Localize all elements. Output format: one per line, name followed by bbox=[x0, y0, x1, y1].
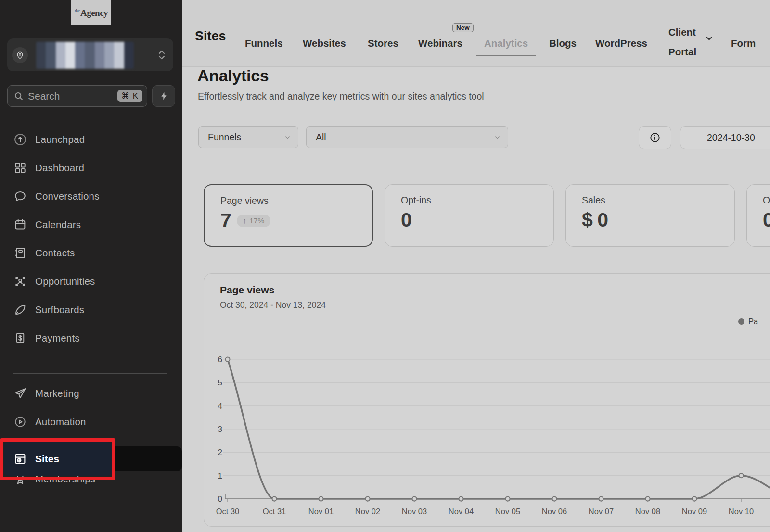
stat-value: 7 bbox=[220, 209, 231, 232]
tab-stores[interactable]: Stores bbox=[368, 38, 398, 49]
chevron-down-icon bbox=[494, 134, 501, 141]
svg-text:2: 2 bbox=[218, 448, 222, 457]
tab-wordpress[interactable]: WordPress bbox=[595, 38, 647, 49]
sidebar-item-marketing[interactable]: Marketing bbox=[4, 379, 167, 407]
svg-text:Nov 03: Nov 03 bbox=[402, 507, 427, 516]
logo-prefix: the bbox=[75, 8, 80, 13]
sidebar-item-automation[interactable]: Automation bbox=[4, 407, 167, 436]
svg-text:0: 0 bbox=[218, 494, 222, 504]
stat-value: $ 0 bbox=[582, 209, 608, 231]
search-input[interactable]: Search ⌘ K bbox=[7, 85, 147, 107]
chevron-down-icon[interactable] bbox=[705, 34, 714, 45]
stat-card-partial[interactable]: Op 0 bbox=[746, 184, 770, 247]
sidebar-item-payments[interactable]: Payments bbox=[4, 324, 167, 352]
scope-select[interactable]: All bbox=[306, 126, 508, 148]
sites-top-nav: Sites Funnels Websites Stores Webinars N… bbox=[182, 0, 770, 67]
page-title: Analytics bbox=[197, 66, 269, 85]
account-name-redacted bbox=[36, 42, 134, 69]
chevron-down-icon bbox=[284, 134, 291, 141]
arrow-up-icon: ↑ bbox=[243, 216, 247, 225]
sidebar-item-calendars[interactable]: Calendars bbox=[4, 210, 167, 239]
svg-text:Nov 05: Nov 05 bbox=[495, 507, 520, 516]
account-switcher[interactable] bbox=[7, 38, 173, 71]
date-value: 2024-10-30 bbox=[707, 132, 755, 143]
svg-text:Nov 07: Nov 07 bbox=[589, 507, 614, 516]
sidebar-item-label: Payments bbox=[35, 332, 80, 344]
svg-text:6: 6 bbox=[218, 355, 222, 364]
tab-analytics[interactable]: Analytics bbox=[484, 38, 528, 49]
tab-client-portal[interactable]: Client Portal bbox=[668, 22, 696, 62]
svg-text:4: 4 bbox=[218, 402, 222, 411]
sidebar-divider bbox=[13, 373, 167, 374]
client-portal-line1: Client bbox=[668, 22, 696, 42]
delta-value: 17% bbox=[249, 216, 264, 225]
paper-plane-icon bbox=[13, 386, 27, 401]
page-views-chart-card: Page views Oct 30, 2024 - Nov 13, 2024 P… bbox=[204, 273, 770, 527]
svg-text:Nov 10: Nov 10 bbox=[729, 507, 754, 516]
scope-select-value: All bbox=[316, 132, 494, 143]
sidebar-item-label: Sites bbox=[35, 453, 59, 465]
sidebar: theAgency Search ⌘ K Launchpad bbox=[0, 0, 182, 532]
opportunities-icon bbox=[13, 274, 27, 289]
sidebar-item-label: Dashboard bbox=[35, 162, 84, 174]
stat-card-opt-ins[interactable]: Opt-ins 0 bbox=[385, 184, 554, 247]
sidebar-item-sites[interactable]: Sites bbox=[4, 442, 112, 476]
tab-funnels[interactable]: Funnels bbox=[245, 38, 283, 49]
sidebar-item-conversations[interactable]: Conversations bbox=[4, 182, 167, 210]
stat-label: Opt-ins bbox=[401, 195, 431, 206]
automation-play-icon bbox=[13, 415, 27, 429]
info-icon bbox=[649, 132, 661, 143]
nav-section-title[interactable]: Sites bbox=[195, 29, 226, 44]
svg-text:Oct 30: Oct 30 bbox=[216, 507, 240, 516]
sidebar-item-opportunities[interactable]: Opportunities bbox=[4, 267, 167, 295]
address-book-icon bbox=[13, 246, 27, 260]
sidebar-item-surfboards[interactable]: Surfboards bbox=[4, 295, 167, 324]
info-button[interactable] bbox=[639, 126, 671, 149]
svg-text:Nov 08: Nov 08 bbox=[635, 507, 660, 516]
svg-text:Oct 31: Oct 31 bbox=[263, 507, 286, 516]
location-pin-icon bbox=[12, 47, 28, 63]
sidebar-item-label: Automation bbox=[35, 416, 86, 428]
new-badge[interactable]: New bbox=[452, 23, 474, 32]
svg-text:Nov 01: Nov 01 bbox=[308, 507, 334, 516]
sidebar-item-dashboard[interactable]: Dashboard bbox=[4, 153, 167, 182]
stat-card-page-views[interactable]: Page views 7 ↑17% bbox=[204, 184, 373, 247]
tab-webinars[interactable]: Webinars bbox=[418, 38, 462, 49]
svg-text:1: 1 bbox=[218, 471, 222, 481]
sidebar-item-label: Surfboards bbox=[35, 304, 84, 316]
search-placeholder: Search bbox=[28, 90, 117, 102]
tab-blogs[interactable]: Blogs bbox=[549, 38, 577, 49]
sidebar-item-launchpad[interactable]: Launchpad bbox=[4, 125, 167, 153]
type-select[interactable]: Funnels bbox=[198, 126, 298, 148]
launchpad-icon bbox=[13, 132, 27, 147]
stat-label: Page views bbox=[220, 195, 269, 206]
calendar-icon bbox=[13, 217, 27, 232]
svg-text:3: 3 bbox=[218, 425, 222, 434]
sidebar-item-label: Calendars bbox=[35, 219, 81, 230]
sidebar-item-label: Opportunities bbox=[35, 276, 95, 287]
stat-label: Op bbox=[763, 195, 770, 206]
svg-text:Nov 09: Nov 09 bbox=[682, 507, 707, 516]
quick-actions-button[interactable] bbox=[152, 85, 175, 107]
sidebar-item-contacts[interactable]: Contacts bbox=[4, 239, 167, 267]
sites-browser-globe-icon bbox=[13, 452, 27, 466]
stat-card-sales[interactable]: Sales $ 0 bbox=[565, 184, 735, 247]
svg-text:Nov 04: Nov 04 bbox=[449, 507, 474, 516]
search-shortcut-badge: ⌘ K bbox=[117, 90, 142, 102]
page-views-line-chart: 0123456Oct 30Oct 31Nov 01Nov 02Nov 03Nov… bbox=[204, 274, 770, 527]
tab-form[interactable]: Form bbox=[731, 38, 756, 49]
type-select-value: Funnels bbox=[208, 132, 284, 143]
search-icon bbox=[13, 91, 24, 101]
agency-logo: theAgency bbox=[71, 0, 111, 25]
tab-websites[interactable]: Websites bbox=[303, 38, 346, 49]
stat-label: Sales bbox=[582, 195, 605, 206]
sidebar-item-label: Launchpad bbox=[35, 134, 85, 145]
sidebar-item-label: Contacts bbox=[35, 247, 75, 259]
stat-value: 0 bbox=[401, 209, 411, 231]
delta-badge: ↑17% bbox=[237, 215, 271, 227]
app-window: theAgency Search ⌘ K Launchpad bbox=[0, 0, 770, 532]
dashboard-icon bbox=[13, 161, 27, 175]
date-picker[interactable]: 2024-10-30 bbox=[680, 126, 770, 149]
sidebar-item-label: Marketing bbox=[35, 388, 79, 399]
surfboard-icon bbox=[13, 303, 27, 317]
